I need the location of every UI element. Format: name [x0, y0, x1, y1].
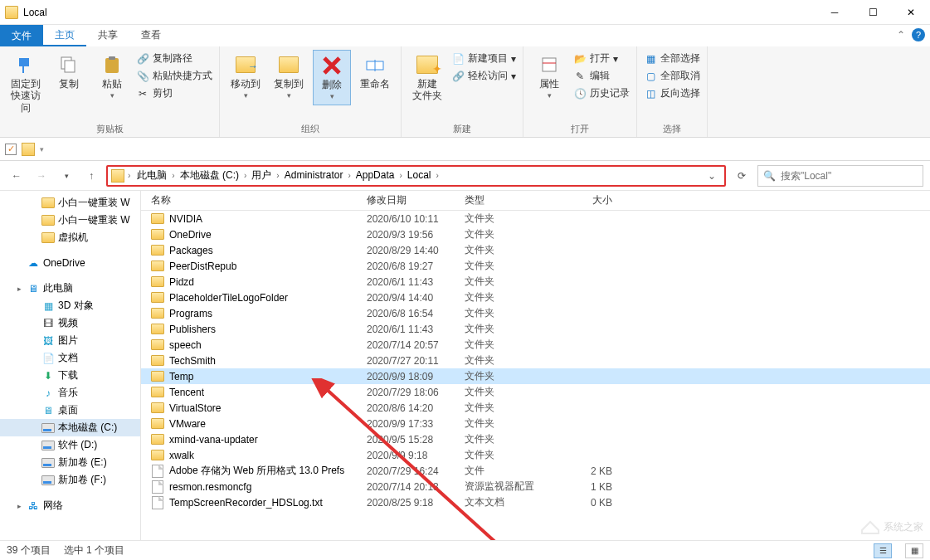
expand-icon[interactable]: ▸ [15, 502, 23, 510]
search-field[interactable] [781, 170, 918, 182]
up-button[interactable]: ↑ [81, 166, 101, 186]
table-row[interactable]: TempScreenRecorder_HDSLog.txt2020/8/25 9… [141, 494, 930, 510]
copy-path-button[interactable]: 🔗复制路径 [136, 51, 212, 66]
chevron-right-icon[interactable]: › [346, 171, 352, 180]
table-row[interactable]: Tencent2020/7/29 18:06文件夹 [141, 384, 930, 400]
column-headers[interactable]: 名称 修改日期 类型 大小 [141, 191, 930, 211]
history-button[interactable]: 🕓历史记录 [573, 86, 630, 100]
tree-item[interactable]: 🖥桌面 [0, 402, 140, 419]
table-row[interactable]: xwalk2020/9/9 9:18文件夹 [141, 447, 930, 463]
breadcrumb-segment[interactable]: AppData [353, 169, 398, 181]
table-row[interactable]: VMware2020/9/9 17:33文件夹 [141, 416, 930, 431]
folder-icon [151, 260, 164, 273]
tree-item[interactable]: ☁OneDrive [0, 255, 140, 271]
tree-item[interactable]: 软件 (D:) [0, 436, 140, 454]
breadcrumb-segment[interactable]: Administrator [281, 169, 347, 181]
expand-icon[interactable]: ▸ [15, 285, 23, 293]
chevron-right-icon[interactable]: › [434, 171, 440, 180]
table-row[interactable]: speech2020/7/14 20:57文件夹 [141, 337, 930, 353]
tab-file[interactable]: 文件 [0, 25, 43, 46]
cut-button[interactable]: ✂剪切 [136, 86, 212, 100]
breadcrumb-segment[interactable]: 用户 [248, 169, 275, 181]
tree-item[interactable]: 🎞视频 [0, 314, 140, 332]
properties-button[interactable]: 属性 [530, 50, 568, 104]
chevron-right-icon[interactable]: › [126, 171, 132, 180]
chevron-right-icon[interactable]: › [170, 171, 176, 180]
tab-home[interactable]: 主页 [43, 25, 86, 46]
table-row[interactable]: Packages2020/8/29 14:40文件夹 [141, 242, 930, 258]
tree-item[interactable]: 虚拟机 [0, 229, 140, 246]
minimize-button[interactable]: ─ [816, 0, 854, 25]
paste-button[interactable]: 粘贴 [93, 50, 131, 104]
chevron-right-icon[interactable]: › [397, 171, 403, 180]
pin-quick-access-button[interactable]: 固定到快速访问 [7, 50, 45, 117]
back-button[interactable]: ← [7, 166, 27, 186]
copy-button[interactable]: 复制 [50, 50, 88, 93]
table-row[interactable]: NVIDIA2020/6/10 10:11文件夹 [141, 211, 930, 226]
tree-item[interactable]: 新加卷 (E:) [0, 454, 140, 471]
select-all-button[interactable]: ▦全部选择 [644, 51, 700, 66]
collapse-ribbon-icon[interactable]: ⌃ [897, 29, 905, 41]
col-date[interactable]: 修改日期 [367, 193, 465, 207]
table-row[interactable]: xmind-vana-updater2020/9/5 15:28文件夹 [141, 431, 930, 447]
tree-item[interactable]: 🖼图片 [0, 332, 140, 349]
breadcrumb-segment[interactable]: 本地磁盘 (C:) [177, 169, 242, 181]
col-type[interactable]: 类型 [465, 193, 562, 207]
maximize-button[interactable]: ☐ [854, 0, 892, 25]
col-size[interactable]: 大小 [562, 193, 629, 207]
forward-button[interactable]: → [32, 166, 51, 186]
file-list[interactable]: 名称 修改日期 类型 大小 NVIDIA2020/6/10 10:11文件夹On… [141, 191, 930, 540]
tree-item[interactable]: ▸🖥此电脑 [0, 280, 140, 297]
table-row[interactable]: VirtualStore2020/8/6 14:20文件夹 [141, 400, 930, 416]
table-row[interactable]: TechSmith2020/7/27 20:11文件夹 [141, 353, 930, 368]
easy-access-button[interactable]: 🔗轻松访问 ▾ [451, 69, 516, 83]
table-row[interactable]: Publishers2020/6/1 11:43文件夹 [141, 321, 930, 337]
open-button[interactable]: 📂打开 ▾ [573, 51, 630, 66]
new-item-button[interactable]: 📄新建项目 ▾ [451, 51, 516, 66]
table-row[interactable]: Adobe 存储为 Web 所用格式 13.0 Prefs2020/7/29 1… [141, 463, 930, 479]
new-folder-button[interactable]: ✦新建 文件夹 [408, 50, 446, 105]
rename-button[interactable]: 重命名 [356, 50, 394, 93]
table-row[interactable]: Temp2020/9/9 18:09文件夹 [141, 368, 930, 384]
tree-item[interactable]: ♪音乐 [0, 384, 140, 402]
invert-selection-button[interactable]: ◫反向选择 [644, 86, 700, 100]
edit-button[interactable]: ✎编辑 [573, 69, 630, 83]
tree-item[interactable]: ▦3D 对象 [0, 297, 140, 314]
refresh-button[interactable]: ⟳ [731, 165, 752, 187]
dropdown-icon[interactable]: ⌄ [703, 170, 721, 182]
breadcrumb-segment[interactable]: 此电脑 [134, 169, 170, 181]
details-view-button[interactable]: ☰ [874, 543, 892, 558]
breadcrumb[interactable]: › 此电脑›本地磁盘 (C:)›用户›Administrator›AppData… [106, 165, 726, 187]
table-row[interactable]: Pidzd2020/6/1 11:43文件夹 [141, 274, 930, 290]
table-row[interactable]: PlaceholderTileLogoFolder2020/9/4 14:40文… [141, 290, 930, 305]
help-icon[interactable]: ? [912, 28, 925, 41]
breadcrumb-segment[interactable]: Local [404, 169, 435, 181]
recent-locations-button[interactable]: ▾ [56, 166, 76, 186]
tree-item[interactable]: 小白一键重装 W [0, 212, 140, 229]
delete-button[interactable]: 删除 [313, 50, 351, 105]
search-input[interactable]: 🔍 [757, 165, 923, 187]
tree-item[interactable]: 小白一键重装 W [0, 194, 140, 212]
table-row[interactable]: OneDrive2020/9/3 19:56文件夹 [141, 226, 930, 242]
tree-item[interactable]: 📄文档 [0, 349, 140, 367]
tree-item[interactable]: ⬇下载 [0, 367, 140, 384]
table-row[interactable]: resmon.resmoncfg2020/7/14 20:13资源监视器配置1 … [141, 479, 930, 494]
select-none-button[interactable]: ▢全部取消 [644, 69, 700, 83]
nav-tree[interactable]: 小白一键重装 W小白一键重装 W虚拟机☁OneDrive▸🖥此电脑▦3D 对象🎞… [0, 191, 141, 540]
checkbox-icon[interactable]: ✓ [5, 144, 17, 155]
table-row[interactable]: Programs2020/6/8 16:54文件夹 [141, 305, 930, 321]
table-row[interactable]: PeerDistRepub2020/6/8 19:27文件夹 [141, 258, 930, 274]
copy-to-button[interactable]: 复制到 [270, 50, 308, 104]
tab-share[interactable]: 共享 [86, 25, 129, 46]
close-button[interactable]: ✕ [892, 0, 930, 25]
move-to-button[interactable]: →移动到 [226, 50, 265, 104]
col-name[interactable]: 名称 [151, 193, 367, 207]
tree-item[interactable]: ▸🖧网络 [0, 497, 140, 514]
chevron-right-icon[interactable]: › [275, 171, 280, 180]
tree-item[interactable]: 新加卷 (F:) [0, 471, 140, 489]
tree-item[interactable]: 本地磁盘 (C:) [0, 419, 140, 436]
paste-shortcut-button[interactable]: 📎粘贴快捷方式 [136, 69, 212, 83]
tab-view[interactable]: 查看 [129, 25, 173, 46]
folder-icon[interactable] [22, 143, 35, 156]
tiles-view-button[interactable]: ▦ [905, 543, 923, 558]
